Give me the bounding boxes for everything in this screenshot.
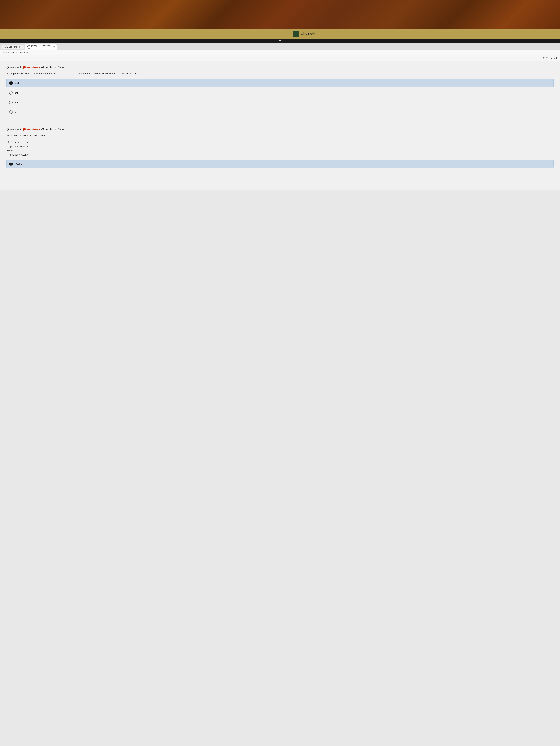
q1-radio-and[interactable]	[9, 81, 13, 85]
q1-label-or: or	[14, 111, 17, 114]
code-line-2: print("TRUE")	[6, 145, 554, 149]
code-block: if (4 + 5 = = 10): print("TRUE") else: p…	[6, 141, 554, 157]
q1-radio-or[interactable]	[9, 110, 12, 114]
wood-background	[0, 0, 560, 29]
q2-option-false[interactable]: FALSE	[6, 160, 554, 168]
q1-option-both[interactable]: both	[6, 98, 554, 107]
question-1-block: Question 1 (Mandatory) (4 points) ✓ Save…	[6, 66, 554, 116]
tab-quizgecko[interactable]: Quizgecko | AI Study Tools | Test ✕	[25, 44, 57, 50]
question-divider	[6, 124, 554, 124]
q2-text: What does the following code print?	[6, 134, 45, 137]
dot-row	[0, 39, 560, 42]
address-bar-row: /viewContent/23527605/View	[0, 50, 560, 55]
question-1-saved-indicator: ✓ Saved	[55, 66, 65, 69]
question-2-saved-indicator: ✓ Saved	[55, 128, 65, 131]
question-2-options: FALSE	[6, 160, 554, 168]
question-1-number: Question 1	[6, 66, 22, 69]
question-1-points: (4 points)	[41, 66, 53, 69]
citytech-banner: CityTech	[0, 29, 560, 39]
question-2-text: What does the following code print?	[6, 134, 554, 138]
browser-chrome: FA [1] Logic and Pr ✕ Quizgecko | AI Stu…	[0, 42, 560, 56]
question-1-mandatory: (Mandatory)	[23, 66, 40, 69]
q1-label-both: both	[14, 101, 19, 104]
new-tab-button[interactable]: +	[57, 45, 61, 49]
question-2-points: (3 points)	[41, 127, 53, 131]
question-2-mandatory: (Mandatory)	[23, 127, 40, 131]
tab-fa-close[interactable]: ✕	[21, 46, 22, 48]
timer-display: 1:00:23 elapsed	[541, 57, 557, 59]
q1-option-not[interactable]: not	[6, 89, 554, 97]
timer-bar: 1:00:23 elapsed	[0, 56, 560, 61]
q1-radio-not[interactable]	[9, 91, 12, 94]
q1-label-not: not	[14, 91, 18, 94]
citytech-logo: CityTech	[293, 31, 315, 37]
code-line-4: print("FALSE")	[6, 153, 554, 157]
code-line-3: else:	[6, 149, 554, 153]
q2-label-false: FALSE	[15, 162, 22, 165]
q1-option-or[interactable]: or	[6, 108, 554, 116]
question-1-options: and not both or	[6, 79, 554, 116]
question-1-saved-label: Saved	[58, 66, 65, 69]
question-1-check-icon: ✓	[55, 66, 57, 69]
question-1-text: A compound Boolean expression created wi…	[6, 71, 554, 76]
address-bar[interactable]: /viewContent/23527605/View	[1, 51, 29, 54]
q1-text-before: A compound Boolean expression created wi…	[6, 72, 56, 75]
question-2-block: Question 2 (Mandatory) (3 points) ✓ Save…	[6, 127, 554, 168]
tab-bar: FA [1] Logic and Pr ✕ Quizgecko | AI Stu…	[0, 42, 560, 50]
q2-radio-false[interactable]	[9, 162, 13, 166]
tab-quizgecko-close[interactable]: ✕	[53, 46, 55, 48]
tab-fa-label: FA [1] Logic and Pr	[3, 46, 20, 48]
dot-indicator	[279, 40, 281, 41]
q1-label-and: and	[15, 82, 19, 84]
q1-text-after: operator is true only if both of its sub…	[77, 72, 139, 75]
question-2-header: Question 2 (Mandatory) (3 points) ✓ Save…	[6, 127, 554, 131]
tab-fa-logic[interactable]: FA [1] Logic and Pr ✕	[1, 45, 24, 49]
q1-radio-both[interactable]	[9, 101, 12, 104]
citytech-title: CityTech	[301, 32, 315, 36]
quiz-content: Question 1 (Mandatory) (4 points) ✓ Save…	[0, 61, 560, 190]
question-2-number: Question 2	[6, 127, 22, 131]
q1-blank: _______________	[56, 72, 77, 75]
question-2-check-icon: ✓	[55, 128, 57, 131]
code-line-1: if (4 + 5 = = 10):	[6, 141, 554, 145]
citytech-logo-icon	[293, 31, 299, 37]
tab-quizgecko-label: Quizgecko | AI Study Tools | Test	[27, 45, 52, 49]
question-1-header: Question 1 (Mandatory) (4 points) ✓ Save…	[6, 66, 554, 69]
q1-option-and[interactable]: and	[6, 79, 554, 87]
question-2-saved-label: Saved	[58, 128, 65, 131]
